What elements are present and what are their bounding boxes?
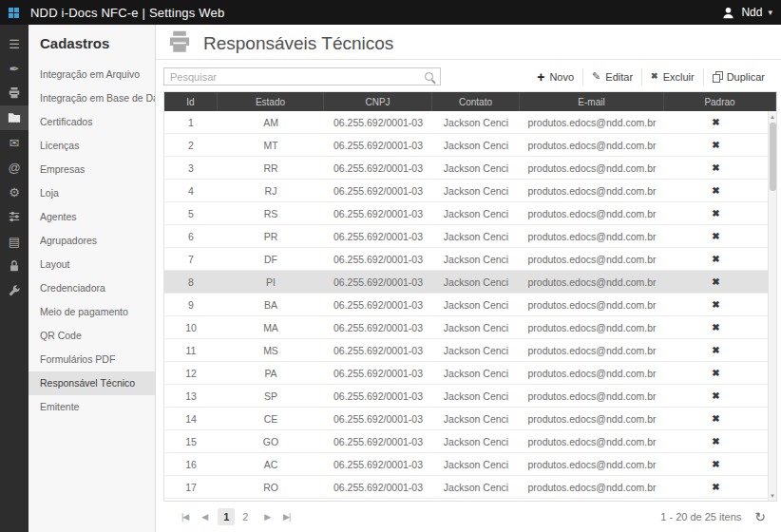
padrao-x-icon: ✖	[664, 248, 768, 270]
server-icon[interactable]: ▤	[0, 229, 29, 254]
sidebar-item[interactable]: Integração em Arquivo	[29, 63, 155, 86]
sidebar-item[interactable]: Loja	[29, 181, 155, 205]
sidebar-item[interactable]: Licenças	[29, 134, 155, 158]
mail-icon[interactable]: ✉	[0, 130, 29, 155]
gear-icon[interactable]: ⚙	[0, 180, 29, 204]
table-row[interactable]: 8PI06.255.692/0001-03Jackson Cenciprodut…	[164, 271, 768, 294]
excluir-button[interactable]: ✖ Excluir	[641, 68, 703, 86]
sidebar-item[interactable]: Credenciadora	[29, 276, 155, 300]
table-row[interactable]: 17RO06.255.692/0001-03Jackson Cenciprodu…	[164, 476, 768, 499]
at-icon[interactable]: @	[0, 155, 29, 180]
cell: 3	[164, 157, 218, 179]
sidebar-item[interactable]: QR Code	[29, 324, 155, 348]
sidebar-item[interactable]: Certificados	[29, 110, 155, 134]
padrao-x-icon: ✖	[664, 271, 768, 293]
table-row[interactable]: 12PA06.255.692/0001-03Jackson Cenciprodu…	[164, 362, 768, 385]
pager-page[interactable]: 1	[218, 508, 235, 525]
sidebar-nav: Integração em ArquivoIntegração em Base …	[29, 63, 155, 419]
apps-grid-icon[interactable]	[9, 8, 19, 18]
editar-button[interactable]: ✎ Editar	[582, 68, 641, 86]
cell: produtos.edocs@ndd.com.br	[520, 202, 664, 224]
data-table: IdEstadoCNPJContatoE-mailPadrao 1AM06.25…	[163, 91, 777, 501]
cell: Jackson Cenci	[432, 362, 520, 384]
scrollbar-thumb[interactable]	[770, 123, 776, 191]
column-header[interactable]: Padrao	[664, 92, 776, 111]
sidebar-item[interactable]: Formulários PDF	[29, 348, 155, 371]
column-header[interactable]: Id	[164, 92, 218, 111]
first-page-icon[interactable]: |◀	[175, 512, 195, 522]
table-row[interactable]: 6PR06.255.692/0001-03Jackson Cenciprodut…	[164, 225, 768, 248]
cell: 13	[164, 385, 218, 407]
search-icon[interactable]	[425, 72, 433, 81]
wrench-icon[interactable]	[0, 278, 29, 303]
sidebar-item[interactable]: Agentes	[29, 205, 155, 229]
table-row[interactable]: 7DF06.255.692/0001-03Jackson Cenciprodut…	[164, 248, 768, 271]
column-header[interactable]: CNPJ	[324, 92, 432, 111]
table-row[interactable]: 10MA06.255.692/0001-03Jackson Cenciprodu…	[164, 316, 768, 339]
search-input[interactable]	[164, 68, 425, 85]
scroll-up-icon[interactable]: ▲	[769, 111, 776, 122]
table-row[interactable]: 5RS06.255.692/0001-03Jackson Cenciprodut…	[164, 202, 768, 225]
table-row[interactable]: 9BA06.255.692/0001-03Jackson Cenciprodut…	[164, 294, 768, 316]
table-row[interactable]: 16AC06.255.692/0001-03Jackson Cenciprodu…	[164, 453, 768, 476]
table-row[interactable]: 1AM06.255.692/0001-03Jackson Cenciprodut…	[164, 111, 768, 134]
cell: BA	[218, 294, 324, 315]
table-row[interactable]: 11MS06.255.692/0001-03Jackson Cenciprodu…	[164, 339, 768, 362]
search-box	[163, 67, 441, 86]
cell: produtos.edocs@ndd.com.br	[520, 362, 664, 384]
table-row[interactable]: 15GO06.255.692/0001-03Jackson Cenciprodu…	[164, 430, 768, 453]
sliders-icon[interactable]	[0, 204, 29, 229]
padrao-x-icon: ✖	[664, 476, 768, 498]
cell: PI	[218, 271, 324, 293]
padrao-x-icon: ✖	[664, 180, 768, 201]
app-window: NDD i-Docs NFC-e | Settings Web Ndd ▾ ☰ …	[0, 0, 781, 532]
folder-icon[interactable]	[0, 105, 29, 130]
column-header[interactable]: E-mail	[520, 92, 664, 111]
column-header[interactable]: Estado	[218, 92, 324, 111]
padrao-x-icon: ✖	[664, 202, 768, 224]
user-menu[interactable]: Ndd ▾	[721, 6, 772, 20]
pen-icon[interactable]: ✒	[0, 56, 29, 81]
cell: produtos.edocs@ndd.com.br	[520, 408, 664, 429]
refresh-icon[interactable]: ↻	[754, 509, 766, 524]
menu-icon[interactable]: ☰	[0, 31, 29, 56]
cell: 14	[164, 408, 218, 429]
cell: produtos.edocs@ndd.com.br	[520, 180, 664, 201]
sidebar-item[interactable]: Responsável Técnico	[29, 371, 155, 395]
table-row[interactable]: 3RR06.255.692/0001-03Jackson Cenciprodut…	[164, 157, 768, 180]
cell: MT	[218, 134, 324, 156]
cell: 06.255.692/0001-03	[324, 202, 432, 224]
padrao-x-icon: ✖	[664, 111, 768, 133]
sidebar-item[interactable]: Integração em Base de Dados	[29, 86, 155, 110]
printer-icon[interactable]	[0, 81, 29, 105]
cell: 06.255.692/0001-03	[324, 225, 432, 247]
cell: 16	[164, 453, 218, 475]
column-header[interactable]: Contato	[432, 92, 520, 111]
next-page-icon[interactable]: ▶	[257, 512, 276, 522]
cell: SP	[218, 385, 324, 407]
cell: AM	[218, 111, 324, 133]
sidebar-item[interactable]: Empresas	[29, 158, 155, 181]
cell: produtos.edocs@ndd.com.br	[520, 248, 664, 270]
cell: RO	[218, 476, 324, 498]
table-row[interactable]: 2MT06.255.692/0001-03Jackson Cenciprodut…	[164, 134, 768, 157]
pager-page[interactable]: 2	[237, 508, 254, 525]
lock-icon[interactable]	[0, 254, 29, 278]
sidebar-item[interactable]: Layout	[29, 253, 155, 276]
table-row[interactable]: 14CE06.255.692/0001-03Jackson Cenciprodu…	[164, 408, 768, 430]
duplicar-button[interactable]: Duplicar	[703, 68, 773, 86]
table-row[interactable]: 4RJ06.255.692/0001-03Jackson Cenciprodut…	[164, 180, 768, 202]
scroll-down-icon[interactable]: ▼	[769, 490, 776, 501]
cell: produtos.edocs@ndd.com.br	[520, 294, 664, 315]
novo-button[interactable]: + Novo	[528, 68, 582, 86]
cell: produtos.edocs@ndd.com.br	[520, 385, 664, 407]
sidebar-item[interactable]: Emitente	[29, 395, 155, 419]
page-title: Responsáveis Técnicos	[203, 33, 393, 54]
sidebar-item[interactable]: Meio de pagamento	[29, 300, 155, 324]
table-scrollbar[interactable]: ▲ ▼	[768, 111, 776, 501]
prev-page-icon[interactable]: ◀	[195, 512, 214, 522]
table-row[interactable]: 13SP06.255.692/0001-03Jackson Cenciprodu…	[164, 385, 768, 408]
last-page-icon[interactable]: ▶|	[276, 512, 296, 522]
cell: 06.255.692/0001-03	[324, 271, 432, 293]
sidebar-item[interactable]: Agrupadores	[29, 229, 155, 253]
